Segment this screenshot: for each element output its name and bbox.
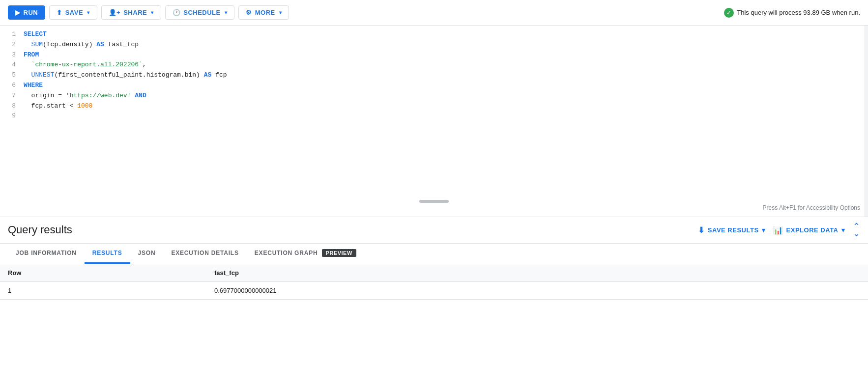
run-icon: ▶ bbox=[15, 9, 21, 16]
results-tabs: JOB INFORMATION RESULTS JSON EXECUTION D… bbox=[0, 244, 868, 264]
more-button[interactable]: ⚙ MORE ▾ bbox=[238, 5, 289, 20]
col-header-empty bbox=[757, 264, 868, 282]
tab-execution-details[interactable]: EXECUTION DETAILS bbox=[163, 244, 246, 263]
col-header-row: Row bbox=[0, 264, 206, 282]
code-line-3: 3 FROM bbox=[0, 50, 868, 60]
toolbar: ▶ RUN ⬆ SAVE ▾ 👤+ SHARE ▾ 🕐 SCHEDULE ▾ ⚙… bbox=[0, 0, 868, 26]
run-button[interactable]: ▶ RUN bbox=[8, 5, 45, 20]
tab-execution-graph[interactable]: EXECUTION GRAPH PREVIEW bbox=[247, 244, 364, 263]
results-header: Query results ⬇ SAVE RESULTS ▾ 📊 EXPLORE… bbox=[0, 217, 868, 244]
cell-empty bbox=[757, 281, 868, 299]
code-line-8: 8 fcp.start < 1000 bbox=[0, 101, 868, 111]
tab-job-information[interactable]: JOB INFORMATION bbox=[8, 244, 85, 263]
save-results-button[interactable]: ⬇ SAVE RESULTS ▾ bbox=[698, 225, 765, 235]
explore-data-chevron-icon: ▾ bbox=[841, 226, 845, 234]
share-button[interactable]: 👤+ SHARE ▾ bbox=[101, 5, 161, 20]
horizontal-scrollbar[interactable] bbox=[419, 200, 449, 203]
expand-collapse-button[interactable]: ⌃⌄ bbox=[853, 223, 860, 237]
results-section: Query results ⬇ SAVE RESULTS ▾ 📊 EXPLORE… bbox=[0, 217, 868, 300]
tab-json[interactable]: JSON bbox=[130, 244, 164, 263]
save-button[interactable]: ⬆ SAVE ▾ bbox=[49, 5, 97, 20]
results-actions: ⬇ SAVE RESULTS ▾ 📊 EXPLORE DATA ▾ ⌃⌄ bbox=[698, 223, 860, 237]
explore-data-button[interactable]: 📊 EXPLORE DATA ▾ bbox=[773, 225, 845, 235]
cell-row-num: 1 bbox=[0, 281, 206, 299]
table-row: 1 0.6977000000000021 bbox=[0, 281, 868, 299]
accessibility-hint: Press Alt+F1 for Accessibility Options bbox=[763, 203, 860, 213]
code-line-2: 2 SUM(fcp.density) AS fast_fcp bbox=[0, 40, 868, 50]
query-info: ✓ This query will process 93.89 GB when … bbox=[724, 8, 860, 18]
explore-data-icon: 📊 bbox=[773, 225, 783, 235]
cell-fast-fcp: 0.6977000000000021 bbox=[206, 281, 757, 299]
code-line-1: 1 SELECT bbox=[0, 29, 868, 40]
schedule-chevron-icon: ▾ bbox=[225, 10, 228, 15]
save-results-chevron-icon: ▾ bbox=[762, 226, 766, 234]
share-chevron-icon: ▾ bbox=[151, 10, 154, 15]
vertical-scrollbar[interactable] bbox=[864, 26, 868, 217]
table-header-row: Row fast_fcp bbox=[0, 264, 868, 282]
results-table: Row fast_fcp 1 0.6977000000000021 bbox=[0, 264, 868, 300]
code-editor[interactable]: 1 SELECT 2 SUM(fcp.density) AS fast_fcp … bbox=[0, 26, 868, 217]
gear-icon: ⚙ bbox=[246, 9, 252, 16]
schedule-icon: 🕐 bbox=[173, 9, 181, 16]
preview-badge: PREVIEW bbox=[322, 249, 356, 257]
expand-icon: ⌃⌄ bbox=[853, 223, 860, 237]
schedule-button[interactable]: 🕐 SCHEDULE ▾ bbox=[165, 5, 235, 20]
check-icon: ✓ bbox=[724, 8, 734, 18]
code-line-7: 7 origin = 'https://web.dev' AND bbox=[0, 91, 868, 101]
save-results-icon: ⬇ bbox=[698, 225, 705, 235]
code-line-9: 9 bbox=[0, 111, 868, 121]
code-line-5: 5 UNNEST(first_contentful_paint.histogra… bbox=[0, 70, 868, 81]
code-line-4: 4 `chrome-ux-report.all.202206`, bbox=[0, 60, 868, 70]
save-icon: ⬆ bbox=[57, 9, 62, 16]
save-chevron-icon: ▾ bbox=[87, 10, 90, 15]
code-line-6: 6 WHERE bbox=[0, 81, 868, 91]
tab-results[interactable]: RESULTS bbox=[85, 244, 130, 264]
share-icon: 👤+ bbox=[109, 9, 121, 16]
results-title: Query results bbox=[8, 223, 72, 236]
more-chevron-icon: ▾ bbox=[279, 10, 282, 15]
col-header-fast-fcp: fast_fcp bbox=[206, 264, 757, 282]
